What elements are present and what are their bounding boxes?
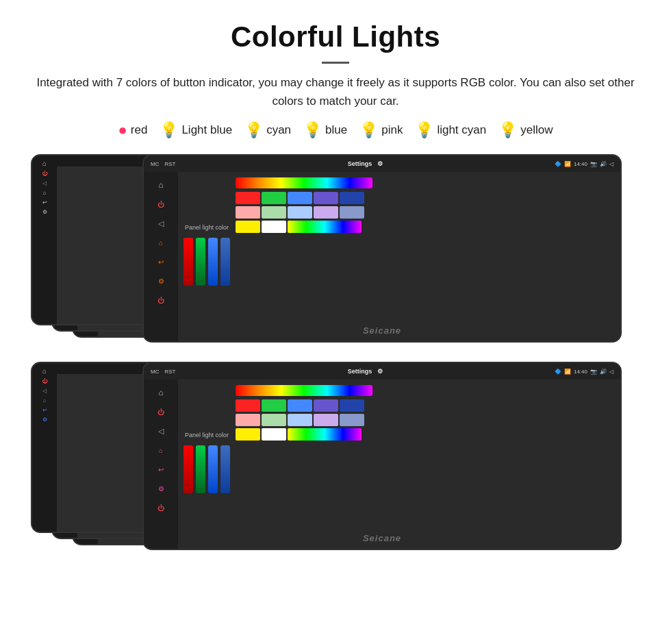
cell-lightred[interactable] xyxy=(236,206,260,219)
bulb-yellow-icon: 💡 xyxy=(498,121,517,139)
bot-cell-darkblue[interactable] xyxy=(340,399,364,412)
bot-bar-red[interactable] xyxy=(183,445,193,493)
sidebar-back-btn[interactable]: ◁ xyxy=(151,216,170,231)
bot-cell-slate[interactable] xyxy=(340,414,364,426)
bot3-back-icon: ◁ xyxy=(42,388,47,394)
cell-purple[interactable] xyxy=(314,192,338,204)
bot-color-grid xyxy=(236,385,372,543)
small3-power-icon: ⏻ xyxy=(42,171,47,177)
cell-green[interactable] xyxy=(262,192,286,204)
bot-bar-blue[interactable] xyxy=(208,445,218,493)
bot-cell-spectrum[interactable] xyxy=(288,428,362,441)
bot-nav-back-icon[interactable]: ◁ xyxy=(609,369,613,375)
bot-bar-blue2[interactable] xyxy=(220,445,230,493)
bar-green[interactable] xyxy=(196,238,205,286)
title-section: Colorful Lights Integrated with 7 colors… xyxy=(27,21,644,110)
grid-row-2 xyxy=(236,206,372,219)
bot-sidebar-home-btn[interactable]: ⌂ xyxy=(151,385,170,400)
color-pink-label: pink xyxy=(381,123,403,137)
bot-wifi-icon: 📶 xyxy=(564,369,571,375)
bot-grid-row-3 xyxy=(236,428,372,441)
bot-cell-blue[interactable] xyxy=(288,399,312,412)
sidebar-undo-btn[interactable]: ↩ xyxy=(151,254,170,269)
color-lightblue-label: Light blue xyxy=(181,123,232,137)
color-yellow: 💡 yellow xyxy=(498,121,553,139)
bot3-home-icon: ⌂ xyxy=(42,367,47,375)
bot-sidebar-power-btn[interactable]: ⏻ xyxy=(151,404,170,419)
cell-white[interactable] xyxy=(262,221,286,233)
cell-lightgreen[interactable] xyxy=(262,206,286,219)
cell-red[interactable] xyxy=(236,192,260,204)
bot-sidebar-undo-btn[interactable]: ↩ xyxy=(151,462,170,477)
bar-blue[interactable] xyxy=(208,238,218,286)
cell-slate[interactable] xyxy=(340,206,364,219)
title-divider xyxy=(322,62,349,64)
color-row: ● red 💡 Light blue 💡 cyan 💡 blue 💡 pink … xyxy=(27,121,644,139)
cell-lightpurple[interactable] xyxy=(314,206,338,219)
main-settings-content: Panel light color xyxy=(178,172,620,341)
bot-cell-lightred[interactable] xyxy=(236,414,260,426)
bot-cell-green[interactable] xyxy=(262,399,286,412)
bot-bar-green[interactable] xyxy=(196,445,205,493)
bot-cell-purple[interactable] xyxy=(314,399,338,412)
color-yellow-label: yellow xyxy=(520,123,553,137)
bulb-lightcyan-icon: 💡 xyxy=(415,121,433,139)
small3-settings-icon: ⚙ xyxy=(42,209,47,215)
bot-sidebar-back-btn[interactable]: ◁ xyxy=(151,423,170,438)
bot-main-settings-content: Panel light color xyxy=(178,380,620,549)
color-blue: 💡 blue xyxy=(303,121,347,139)
bot-main-screen: MC RST Settings ⚙ 🔷 📶 14:40 📷 🔊 ◁ xyxy=(142,362,622,550)
bot-grid-row-2 xyxy=(236,414,372,426)
bot-camera-icon: 📷 xyxy=(590,369,597,375)
sidebar-home-btn[interactable]: ⌂ xyxy=(151,177,170,193)
bot-cell-lightpurple[interactable] xyxy=(314,414,338,426)
bot-sidebar-power2-btn[interactable]: ⏻ xyxy=(151,500,170,515)
bot-time-display: 14:40 xyxy=(574,369,587,375)
cell-darkblue[interactable] xyxy=(340,192,364,204)
bot-status-bar: MC RST Settings ⚙ 🔷 📶 14:40 📷 🔊 ◁ xyxy=(144,363,620,380)
color-lightcyan: 💡 light cyan xyxy=(415,121,486,139)
sidebar-power-btn[interactable]: ⏻ xyxy=(151,197,170,212)
sidebar-power2-btn[interactable]: ⏻ xyxy=(151,293,170,308)
spectrum-bar xyxy=(236,177,372,188)
cell-yellow[interactable] xyxy=(236,221,260,233)
sidebar-home2-btn[interactable]: ⌂ xyxy=(151,235,170,250)
main-sidebar: ⌂ ⏻ ◁ ⌂ ↩ ⚙ ⏻ xyxy=(144,172,178,341)
time-display: 14:40 xyxy=(574,161,587,167)
status-left: MC RST xyxy=(151,161,175,167)
color-pink: 💡 pink xyxy=(359,121,403,139)
bot-sidebar-home2-btn[interactable]: ⌂ xyxy=(151,443,170,458)
bot3-power-icon: ⏻ xyxy=(42,378,47,384)
bot-sidebar-settings-btn[interactable]: ⚙ xyxy=(151,481,170,496)
bot-cell-lightblue[interactable] xyxy=(288,414,312,426)
bulb-pink-icon: 💡 xyxy=(359,121,378,139)
bar-blue2[interactable] xyxy=(220,238,230,286)
wifi-icon: 📶 xyxy=(564,161,571,167)
small3-home-icon: ⌂ xyxy=(42,160,47,167)
panel-light-color-label: Panel light color xyxy=(185,224,229,231)
cell-lightblue[interactable] xyxy=(288,206,312,219)
bot-status-right: 🔷 📶 14:40 📷 🔊 ◁ xyxy=(555,369,613,375)
sidebar-settings-btn[interactable]: ⚙ xyxy=(151,273,170,288)
bot-cell-white[interactable] xyxy=(262,428,286,441)
cell-blue[interactable] xyxy=(288,192,312,204)
color-lightblue: 💡 Light blue xyxy=(160,121,232,139)
description-text: Integrated with 7 colors of button indic… xyxy=(34,73,637,110)
grid-row-3 xyxy=(236,221,372,233)
bot-settings-title: Settings ⚙ xyxy=(348,368,383,375)
bot-spectrum-bar xyxy=(236,385,372,396)
small3-back-icon: ◁ xyxy=(42,180,47,186)
bluetooth-icon: 🔷 xyxy=(555,161,561,167)
bot-bluetooth-icon: 🔷 xyxy=(555,369,561,375)
nav-back-icon[interactable]: ◁ xyxy=(609,161,613,167)
rst-label: RST xyxy=(164,161,175,167)
bot-cell-lightgreen[interactable] xyxy=(262,414,286,426)
bot-cell-red[interactable] xyxy=(236,399,260,412)
cell-spectrum[interactable] xyxy=(288,221,362,233)
bar-red[interactable] xyxy=(183,238,193,286)
bot-main-sidebar: ⌂ ⏻ ◁ ⌂ ↩ ⚙ ⏻ xyxy=(144,380,178,549)
bot3-undo-icon: ↩ xyxy=(42,407,47,413)
page-container: Colorful Lights Integrated with 7 colors… xyxy=(0,0,671,584)
bulb-cyan-icon: 💡 xyxy=(244,121,263,139)
bot-cell-yellow[interactable] xyxy=(236,428,260,441)
